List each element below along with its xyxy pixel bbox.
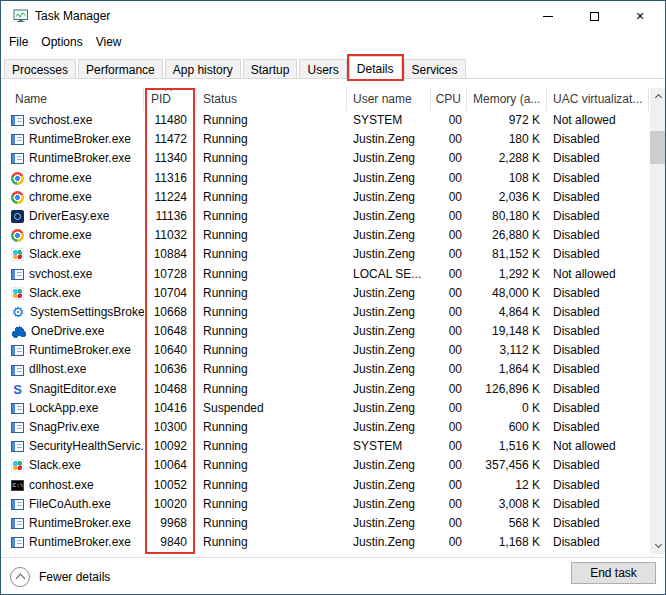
uac-cell: Disabled [547,533,649,552]
exe-icon [11,365,24,376]
pid-cell: 11224 [144,188,197,207]
status-cell: Running [197,226,347,245]
close-icon: ✕ [635,11,644,22]
user-name-cell: SYSTEM [347,111,431,130]
pid-cell: 10468 [144,380,197,399]
menu-item-options[interactable]: Options [41,35,82,49]
uac-cell: Disabled [547,514,649,533]
status-cell: Running [197,418,347,437]
minimize-icon [543,16,553,17]
vertical-scrollbar[interactable] [650,88,666,554]
fewer-details-label: Fewer details [39,570,110,584]
scroll-down-button[interactable] [650,538,666,554]
uac-cell: Disabled [547,245,649,264]
process-table-body: svchost.exe 11480 Running SYSTEM 00 972 … [9,111,649,553]
memory-cell: 0 K [467,399,547,418]
table-row[interactable]: RuntimeBroker.exe 9840 Running Justin.Ze… [9,533,649,552]
table-row[interactable]: Slack.exe 10884 Running Justin.Zeng 00 8… [9,245,649,264]
pid-cell: 11480 [144,111,197,130]
exe-icon [11,153,24,164]
tab-startup[interactable]: Startup [243,59,298,79]
table-row[interactable]: chrome.exe 11032 Running Justin.Zeng 00 … [9,226,649,245]
menu-item-file[interactable]: File [9,35,28,49]
table-row[interactable]: RuntimeBroker.exe 10640 Running Justin.Z… [9,341,649,360]
table-row[interactable]: OneDrive.exe 10648 Running Justin.Zeng 0… [9,322,649,341]
user-name-cell: Justin.Zeng [347,169,431,188]
memory-cell: 1,292 K [467,265,547,284]
user-name-cell: Justin.Zeng [347,380,431,399]
table-row[interactable]: svchost.exe 11480 Running SYSTEM 00 972 … [9,111,649,130]
uac-cell: Disabled [547,207,649,226]
table-row[interactable]: chrome.exe 11316 Running Justin.Zeng 00 … [9,169,649,188]
column-header-pid[interactable]: PID [144,88,197,111]
table-row[interactable]: DriverEasy.exe 11136 Running Justin.Zeng… [9,207,649,226]
table-row[interactable]: RuntimeBroker.exe 9968 Running Justin.Ze… [9,514,649,533]
column-header-status[interactable]: Status [197,88,347,111]
table-row[interactable]: RuntimeBroker.exe 11340 Running Justin.Z… [9,149,649,168]
scroll-up-button[interactable] [650,88,666,104]
tab-users[interactable]: Users [299,59,346,79]
user-name-cell: Justin.Zeng [347,207,431,226]
table-row[interactable]: RuntimeBroker.exe 11472 Running Justin.Z… [9,130,649,149]
tab-app-history[interactable]: App history [165,59,241,79]
uac-cell: Disabled [547,418,649,437]
memory-cell: 568 K [467,514,547,533]
maximize-button[interactable] [571,1,617,31]
slack-icon [11,459,24,472]
process-name-cell: OneDrive.exe [9,322,144,341]
process-name-cell: SystemSettingsBroke... [9,303,144,322]
column-header-user[interactable]: User name [347,88,431,111]
onedrive-icon [11,326,26,338]
menu-item-view[interactable]: View [96,35,122,49]
task-manager-window: Task Manager ✕ FileOptionsView Processes… [0,0,666,595]
pid-cell: 11316 [144,169,197,188]
table-row[interactable]: SnagitEditor.exe 10468 Running Justin.Ze… [9,380,649,399]
chevron-down-icon [654,541,661,548]
cpu-cell: 00 [431,207,467,226]
column-header-cpu[interactable]: CPU [431,88,467,111]
memory-cell: 26,880 K [467,226,547,245]
memory-cell: 126,896 K [467,380,547,399]
memory-cell: 48,000 K [467,284,547,303]
column-header-uac[interactable]: UAC virtualizat... [547,88,649,111]
table-row[interactable]: chrome.exe 11224 Running Justin.Zeng 00 … [9,188,649,207]
end-task-button[interactable]: End task [571,562,656,584]
user-name-cell: LOCAL SE... [347,265,431,284]
table-row[interactable]: dllhost.exe 10636 Running Justin.Zeng 00… [9,360,649,379]
tab-performance[interactable]: Performance [78,59,163,79]
table-row[interactable]: Slack.exe 10064 Running Justin.Zeng 00 3… [9,456,649,475]
column-header-name[interactable]: Name [9,88,144,111]
cpu-cell: 00 [431,245,467,264]
tab-processes[interactable]: Processes [4,59,76,79]
slack-icon [11,248,24,261]
tab-details[interactable]: Details [349,56,402,79]
process-name-cell: SecurityHealthServic... [9,437,144,456]
column-header-memory[interactable]: Memory (a... [467,88,547,111]
fewer-details-button[interactable]: Fewer details [10,567,110,587]
process-name-cell: SnagitEditor.exe [9,380,144,399]
tab-services[interactable]: Services [404,59,466,79]
exe-icon [11,403,24,414]
status-cell: Running [197,533,347,552]
status-cell: Running [197,437,347,456]
table-row[interactable]: svchost.exe 10728 Running LOCAL SE... 00… [9,265,649,284]
close-button[interactable]: ✕ [617,1,663,31]
exe-icon [11,345,24,356]
status-cell: Running [197,476,347,495]
table-row[interactable]: SystemSettingsBroke... 10668 Running Jus… [9,303,649,322]
table-row[interactable]: LockApp.exe 10416 Suspended Justin.Zeng … [9,399,649,418]
pid-cell: 10416 [144,399,197,418]
uac-cell: Disabled [547,149,649,168]
memory-cell: 2,036 K [467,188,547,207]
table-row[interactable]: SecurityHealthServic... 10092 Running SY… [9,437,649,456]
process-name-cell: dllhost.exe [9,360,144,379]
table-row[interactable]: Slack.exe 10704 Running Justin.Zeng 00 4… [9,284,649,303]
scrollbar-thumb[interactable] [650,131,666,164]
table-row[interactable]: SnagPriv.exe 10300 Running Justin.Zeng 0… [9,418,649,437]
table-row[interactable]: conhost.exe 10052 Running Justin.Zeng 00… [9,476,649,495]
table-row[interactable]: FileCoAuth.exe 10020 Running Justin.Zeng… [9,495,649,514]
pid-cell: 11472 [144,130,197,149]
minimize-button[interactable] [525,1,571,31]
uac-cell: Disabled [547,360,649,379]
user-name-cell: Justin.Zeng [347,514,431,533]
